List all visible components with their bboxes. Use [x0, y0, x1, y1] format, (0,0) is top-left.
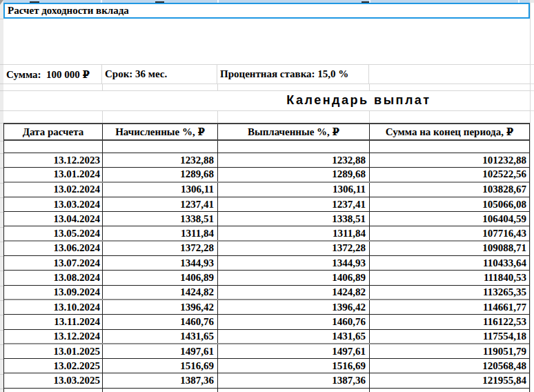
value-cell[interactable]: 1237,41 [103, 197, 218, 211]
date-cell[interactable]: 13.04.2024 [4, 212, 103, 226]
gridline [0, 212, 3, 213]
value-cell[interactable]: 1497,61 [103, 344, 218, 358]
date-cell[interactable]: 13.11.2024 [4, 315, 103, 329]
value-cell[interactable]: 1460,76 [218, 315, 370, 329]
value-cell[interactable]: 1387,36 [103, 373, 218, 387]
value-cell[interactable]: 1424,82 [218, 286, 370, 299]
gridline [0, 271, 3, 271]
value-cell[interactable]: 101232,88 [370, 153, 529, 167]
value-cell[interactable]: 114661,77 [370, 300, 529, 314]
value-cell[interactable]: 1424,82 [103, 286, 218, 299]
table-row: 13.09.20241424,821424,82113265,35 [4, 286, 529, 300]
value-cell[interactable]: 1406,89 [103, 271, 218, 284]
gridline [0, 344, 3, 345]
value-cell[interactable]: 1497,61 [218, 344, 370, 358]
value-cell[interactable]: 1460,76 [103, 315, 218, 329]
value-cell[interactable]: 1372,28 [218, 242, 370, 255]
value-cell[interactable]: 117554,18 [370, 330, 529, 343]
value-cell[interactable]: 105066,08 [370, 197, 529, 211]
value-cell[interactable]: 1396,42 [103, 300, 218, 314]
gridline [531, 90, 534, 91]
value-cell[interactable]: 111840,53 [370, 271, 529, 284]
gridline [0, 153, 3, 154]
empty-cell[interactable] [103, 141, 218, 153]
table-row: 13.03.20241237,411237,41105066,08 [4, 197, 529, 212]
value-cell[interactable]: 102522,56 [370, 168, 529, 181]
value-cell[interactable]: 110433,64 [370, 256, 529, 270]
date-cell[interactable]: 13.06.2024 [4, 242, 103, 255]
column-header-accrued[interactable]: Начисленные %, ₽ [103, 124, 218, 139]
value-cell[interactable]: 103828,67 [370, 183, 529, 197]
value-cell[interactable]: 1232,88 [103, 153, 218, 167]
gridline [102, 389, 103, 392]
table-row: 13.03.20251387,361387,36121955,84 [4, 373, 529, 388]
value-cell[interactable]: 107716,43 [370, 226, 529, 239]
empty-cell[interactable] [218, 141, 370, 153]
date-cell[interactable]: 13.03.2024 [4, 197, 103, 211]
value-cell[interactable]: 1516,69 [218, 359, 370, 373]
table-row: 13.12.20231232,881232,88101232,88 [4, 153, 529, 168]
gridline [0, 19, 3, 19]
gridline [369, 389, 370, 392]
value-cell[interactable]: 1237,41 [218, 197, 370, 211]
date-cell[interactable]: 13.07.2024 [4, 256, 103, 270]
empty-table-row[interactable] [4, 141, 529, 153]
section-title-payments-calendar[interactable]: Календарь выплат [181, 90, 534, 110]
active-cell-deposit-title[interactable]: Расчет доходности вклада [3, 3, 530, 19]
value-cell[interactable]: 1396,42 [218, 300, 370, 314]
param-cell-sum[interactable]: Сумма: 100 000 ₽ [3, 65, 102, 84]
value-cell[interactable]: 1431,65 [103, 330, 218, 343]
param-cell-rate[interactable]: Процентная ставка: 15,0 % [217, 65, 369, 84]
date-cell[interactable]: 13.12.2024 [4, 330, 103, 343]
empty-cell[interactable] [4, 141, 103, 153]
value-cell[interactable]: 1311,84 [218, 226, 370, 239]
date-cell[interactable]: 13.09.2024 [4, 286, 103, 299]
value-cell[interactable]: 1306,11 [218, 183, 370, 197]
value-cell[interactable]: 113265,35 [370, 286, 529, 299]
column-header-date[interactable]: Дата расчета [4, 124, 103, 139]
value-cell[interactable]: 1387,36 [218, 373, 370, 387]
value-cell[interactable]: 1406,89 [218, 271, 370, 284]
value-cell[interactable]: 1344,93 [103, 256, 218, 270]
gridline [0, 315, 3, 315]
value-cell[interactable]: 1344,93 [218, 256, 370, 270]
date-cell[interactable]: 13.12.2023 [4, 153, 103, 167]
value-cell[interactable]: 1372,28 [103, 242, 218, 255]
value-cell[interactable]: 119051,79 [370, 344, 529, 358]
date-cell[interactable]: 13.01.2024 [4, 168, 103, 181]
gridline [0, 110, 3, 111]
date-cell[interactable]: 13.05.2024 [4, 226, 103, 239]
date-cell[interactable]: 13.02.2025 [4, 359, 103, 373]
date-cell[interactable]: 13.03.2025 [4, 373, 103, 387]
value-cell[interactable]: 1306,11 [103, 183, 218, 197]
date-cell[interactable]: 13.02.2024 [4, 183, 103, 197]
empty-cell[interactable] [370, 141, 529, 153]
gridline [529, 389, 530, 392]
column-header-paid[interactable]: Выплаченные %, ₽ [218, 124, 370, 139]
value-cell[interactable]: 120568,48 [370, 359, 529, 373]
table-row: 13.01.20251497,611497,61119051,79 [4, 344, 529, 359]
value-cell[interactable]: 121955,84 [370, 373, 529, 387]
param-cell-term[interactable]: Срок: 36 мес. [102, 65, 217, 84]
value-cell[interactable]: 1338,51 [218, 212, 370, 226]
value-cell[interactable]: 1232,88 [218, 153, 370, 167]
value-cell[interactable]: 1289,68 [218, 168, 370, 181]
date-cell[interactable]: 13.08.2024 [4, 271, 103, 284]
gridline [102, 84, 103, 90]
table-row: 13.08.20241406,891406,89111840,53 [4, 271, 529, 285]
value-cell[interactable]: 109088,71 [370, 242, 529, 255]
gridline [0, 242, 3, 242]
value-cell[interactable]: 106404,59 [370, 212, 529, 226]
table-row: 13.02.20241306,111306,11103828,67 [4, 183, 529, 197]
column-header-balance[interactable]: Сумма на конец периода, ₽ [370, 124, 529, 139]
value-cell[interactable]: 1431,65 [218, 330, 370, 343]
value-cell[interactable]: 1289,68 [103, 168, 218, 181]
param-cell-empty[interactable] [369, 65, 530, 84]
value-cell[interactable]: 116122,53 [370, 315, 529, 329]
date-cell[interactable]: 13.01.2025 [4, 344, 103, 358]
value-cell[interactable]: 1516,69 [103, 359, 218, 373]
value-cell[interactable]: 1311,84 [103, 226, 218, 239]
date-cell[interactable]: 13.10.2024 [4, 300, 103, 314]
table-row: 13.11.20241460,761460,76116122,53 [4, 315, 529, 329]
value-cell[interactable]: 1338,51 [103, 212, 218, 226]
